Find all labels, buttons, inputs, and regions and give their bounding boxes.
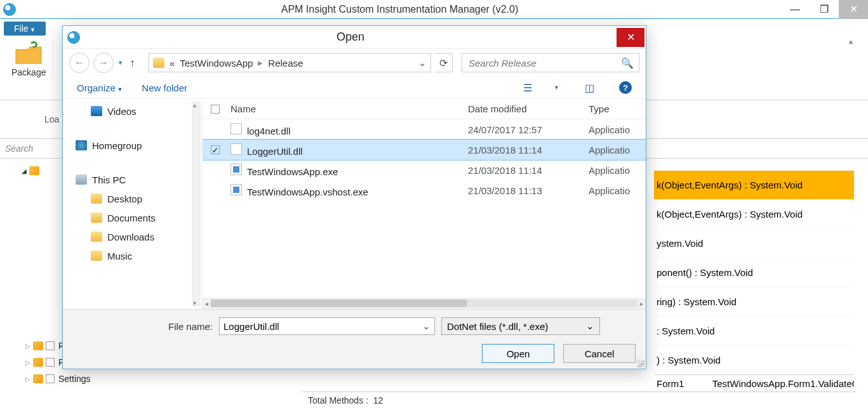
- total-methods-count: 12: [373, 395, 384, 405]
- back-button[interactable]: ←: [69, 53, 90, 73]
- resize-grip[interactable]: [637, 360, 644, 367]
- nav-item-music[interactable]: Music: [76, 246, 202, 265]
- search-placeholder[interactable]: Search: [5, 143, 33, 154]
- nav-item-videos[interactable]: Videos: [76, 102, 202, 121]
- file-list-hscroll[interactable]: ◂▸: [203, 298, 646, 309]
- method-row[interactable]: ystem.Void: [654, 228, 854, 258]
- file-name: log4net.dll: [247, 126, 290, 136]
- file-name: TestWindowsApp.vshost.exe: [247, 187, 368, 197]
- file-date: 21/03/2018 11:13: [468, 185, 589, 196]
- package-icon[interactable]: [13, 41, 44, 66]
- method-row[interactable]: ponent() : System.Void: [654, 258, 854, 287]
- tree-node[interactable]: ▷Settings: [0, 371, 241, 387]
- refresh-button[interactable]: ⟳: [435, 53, 453, 72]
- exe-icon: [230, 184, 242, 195]
- dialog-nav: ← → ▼ ↑ « TestWindowsApp ▸ Release ⌄ ⟳ 🔍: [63, 49, 646, 77]
- status-bar: Total Methods : 12: [302, 392, 857, 408]
- file-type-filter[interactable]: DotNet files (*.dll, *.exe)⌄: [441, 317, 600, 335]
- file-type: Applicatio: [589, 145, 646, 155]
- file-name: TestWindowsApp.exe: [247, 166, 338, 177]
- history-dropdown-icon[interactable]: ▼: [117, 60, 123, 66]
- app-titlebar: APM Insight Custom Instrumentation Manag…: [0, 0, 868, 19]
- cancel-button[interactable]: Cancel: [563, 344, 636, 363]
- method-row[interactable]: Form1 TestWindowsApp.Form1.ValidateCerti…: [654, 374, 854, 392]
- up-button[interactable]: ↑: [130, 56, 142, 70]
- method-row[interactable]: ) : System.Void: [654, 345, 854, 374]
- file-type: Applicatio: [589, 165, 646, 176]
- breadcrumb-sep: ▸: [258, 57, 263, 69]
- nav-pane: Videos Homegroup This PC Desktop Documen…: [63, 99, 203, 309]
- close-button[interactable]: ✕: [839, 0, 868, 19]
- breadcrumb-prefix: «: [170, 58, 175, 69]
- search-icon: 🔍: [621, 57, 634, 69]
- organize-menu[interactable]: Organize: [77, 82, 123, 93]
- method-row[interactable]: : System.Void: [654, 316, 854, 345]
- app-icon: [0, 0, 19, 19]
- file-date: 21/03/2018 11:14: [468, 165, 589, 176]
- load-label: Loa: [44, 114, 59, 124]
- file-date: 21/03/2018 11:14: [468, 145, 589, 155]
- file-row[interactable]: LoggerUtil.dll21/03/2018 11:14Applicatio: [203, 140, 646, 160]
- view-options-icon[interactable]: ☰: [521, 81, 535, 94]
- nav-item-homegroup[interactable]: Homegroup: [76, 136, 202, 155]
- forward-button[interactable]: →: [93, 53, 114, 73]
- col-name[interactable]: Name: [228, 103, 468, 114]
- col-type[interactable]: Type: [589, 103, 646, 114]
- method-row[interactable]: k(Object,EventArgs) : System.Void: [654, 199, 854, 228]
- search-box[interactable]: 🔍: [462, 53, 639, 72]
- dialog-title: Open: [84, 30, 617, 44]
- file-name-label: File name:: [73, 321, 213, 332]
- exe-icon: [230, 164, 242, 175]
- dialog-titlebar: Open ✕: [63, 26, 646, 49]
- file-type: Applicatio: [589, 124, 646, 135]
- dll-icon: [230, 123, 242, 135]
- file-row[interactable]: TestWindowsApp.vshost.exe21/03/2018 11:1…: [203, 180, 646, 201]
- nav-scrollbar[interactable]: [192, 102, 201, 306]
- file-date: 24/07/2017 12:57: [468, 124, 589, 135]
- search-input[interactable]: [467, 57, 621, 69]
- file-type: Applicatio: [589, 185, 646, 196]
- maximize-button[interactable]: ❐: [810, 0, 839, 19]
- file-checkbox[interactable]: [211, 145, 220, 154]
- dialog-icon: [63, 31, 84, 44]
- dll-icon: [230, 143, 242, 155]
- file-menu[interactable]: File: [4, 22, 46, 36]
- file-name-input[interactable]: LoggerUtil.dll⌄: [219, 317, 435, 335]
- filter-dropdown-icon[interactable]: ⌄: [586, 320, 594, 332]
- nav-item-this-pc[interactable]: This PC: [76, 170, 202, 189]
- pin-icon[interactable]: ▴: [849, 37, 853, 46]
- open-button[interactable]: Open: [482, 344, 554, 363]
- help-icon[interactable]: ?: [619, 81, 632, 94]
- new-folder-button[interactable]: New folder: [142, 82, 187, 93]
- breadcrumb-seg[interactable]: Release: [268, 58, 303, 69]
- package-label: Package: [11, 67, 45, 77]
- total-methods-label: Total Methods :: [308, 395, 368, 405]
- col-date[interactable]: Date modified: [468, 103, 589, 114]
- minimize-button[interactable]: —: [780, 0, 810, 19]
- breadcrumb-seg[interactable]: TestWindowsApp: [180, 58, 253, 69]
- method-row[interactable]: k(Object,EventArgs) : System.Void: [654, 170, 854, 199]
- file-name: LoggerUtil.dll: [247, 146, 303, 157]
- address-bar[interactable]: « TestWindowsApp ▸ Release ⌄: [149, 53, 431, 72]
- method-row[interactable]: ring) : System.Void: [654, 287, 854, 316]
- address-dropdown-icon[interactable]: ⌄: [418, 57, 427, 69]
- preview-pane-icon[interactable]: ◫: [582, 81, 596, 94]
- open-file-dialog: Open ✕ ← → ▼ ↑ « TestWindowsApp ▸ Releas…: [62, 25, 646, 369]
- nav-item-desktop[interactable]: Desktop: [76, 189, 202, 208]
- folder-icon: [153, 58, 164, 68]
- nav-item-downloads[interactable]: Downloads: [76, 227, 202, 246]
- file-row[interactable]: log4net.dll24/07/2017 12:57Applicatio: [203, 119, 646, 140]
- dialog-toolbar: Organize New folder ☰ ▼ ◫ ?: [63, 77, 646, 98]
- file-row[interactable]: TestWindowsApp.exe21/03/2018 11:14Applic…: [203, 160, 646, 180]
- view-dropdown-icon[interactable]: ▼: [554, 84, 559, 91]
- file-list: Name Date modified Type log4net.dll24/07…: [203, 99, 646, 309]
- file-list-header: Name Date modified Type: [203, 99, 646, 119]
- method-list: k(Object,EventArgs) : System.Void k(Obje…: [654, 170, 854, 392]
- dialog-bottom: File name: LoggerUtil.dll⌄ DotNet files …: [63, 309, 646, 369]
- app-title: APM Insight Custom Instrumentation Manag…: [19, 4, 780, 15]
- nav-item-documents[interactable]: Documents: [76, 208, 202, 227]
- filename-dropdown-icon[interactable]: ⌄: [422, 320, 431, 332]
- dialog-close-button[interactable]: ✕: [617, 28, 644, 47]
- select-all-checkbox[interactable]: [211, 105, 220, 114]
